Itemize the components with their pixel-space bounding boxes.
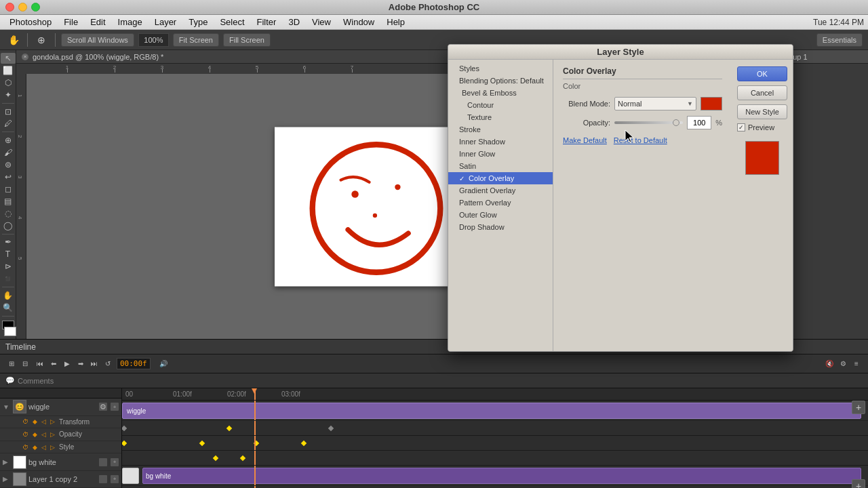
layer1copy2-settings-btn[interactable] xyxy=(99,475,107,483)
bg-white-settings-btn[interactable] xyxy=(99,458,107,466)
menu-file[interactable]: File xyxy=(58,16,83,28)
menu-layer[interactable]: Layer xyxy=(149,16,182,28)
hand-tool-icon[interactable]: ✋ xyxy=(5,32,22,48)
tool-history-brush[interactable]: ↩ xyxy=(1,171,16,182)
step-back-btn[interactable]: ⬅ xyxy=(47,358,60,370)
styles-item-satin[interactable]: Satin xyxy=(448,160,553,172)
tool-path-select[interactable]: ⊳ xyxy=(1,261,16,272)
clip-bg-white-main[interactable]: bg white xyxy=(142,468,861,484)
color-swatch[interactable] xyxy=(701,97,722,110)
fit-screen-btn[interactable]: Fit Screen xyxy=(173,33,219,47)
wiggle-settings-btn[interactable]: ⚙ xyxy=(99,403,107,411)
styles-item-color-overlay[interactable]: Color Overlay xyxy=(448,172,553,184)
clip-bg-white-short[interactable] xyxy=(122,468,139,484)
menu-3d[interactable]: 3D xyxy=(283,16,305,28)
scroll-all-btn[interactable]: Scroll All Windows xyxy=(61,33,134,47)
tab-close-btn[interactable]: × xyxy=(22,54,28,60)
tool-blur[interactable]: ◌ xyxy=(1,208,16,219)
delete-frame-icon[interactable]: ⊟ xyxy=(19,358,31,370)
menu-view[interactable]: View xyxy=(307,16,336,28)
essentials-btn[interactable]: Essentials xyxy=(816,33,863,47)
tool-eraser[interactable]: ◻ xyxy=(1,184,16,195)
add-frame-icon[interactable]: ⊞ xyxy=(5,358,18,370)
background-color[interactable] xyxy=(4,327,16,336)
layer-row-bg-white[interactable]: ▶ bg white + xyxy=(0,453,121,470)
tool-wand[interactable]: ✦ xyxy=(1,89,16,100)
menu-photoshop[interactable]: Photoshop xyxy=(4,16,57,28)
blend-mode-select[interactable]: Normal ▼ xyxy=(614,97,696,110)
bg-white-add-btn[interactable]: + xyxy=(111,458,119,466)
rotate-view-icon[interactable]: ⊕ xyxy=(33,32,50,48)
minimize-button[interactable] xyxy=(18,3,27,12)
add-bgwhite-btn[interactable]: + xyxy=(852,479,865,488)
step-forward-btn[interactable]: ➡ xyxy=(75,358,87,370)
menu-window[interactable]: Window xyxy=(338,16,380,28)
preview-checkbox[interactable]: ✓ xyxy=(737,123,745,131)
menu-filter[interactable]: Filter xyxy=(252,16,282,28)
menu-edit[interactable]: Edit xyxy=(85,16,111,28)
cancel-button[interactable]: Cancel xyxy=(737,85,787,100)
styles-item-gradient-overlay[interactable]: Gradient Overlay xyxy=(448,184,553,197)
go-to-start-btn[interactable]: ⏮ xyxy=(34,358,46,370)
tool-brush[interactable]: 🖌 xyxy=(1,147,16,158)
preview-checkbox-row[interactable]: ✓ Preview xyxy=(737,123,787,131)
layer-row-wiggle[interactable]: ▼ 😊 wiggle ⚙ + xyxy=(0,399,121,415)
tool-dodge[interactable]: ◯ xyxy=(1,220,16,231)
ok-button[interactable]: OK xyxy=(737,66,787,81)
bg-white-expand-icon[interactable]: ▶ xyxy=(3,458,11,466)
add-wiggle-btn[interactable]: + xyxy=(852,401,865,414)
styles-item-styles[interactable]: Styles xyxy=(448,62,553,75)
tool-clone[interactable]: ⊚ xyxy=(1,159,16,170)
new-style-button[interactable]: New Style xyxy=(737,104,787,119)
styles-item-bevel[interactable]: Bevel & Emboss xyxy=(448,87,553,99)
styles-item-inner-glow[interactable]: Inner Glow xyxy=(448,148,553,160)
styles-item-drop-shadow[interactable]: Drop Shadow xyxy=(448,221,553,233)
reset-to-default-link[interactable]: Reset to Default xyxy=(614,136,667,144)
menu-select[interactable]: Select xyxy=(214,16,250,28)
styles-item-inner-shadow[interactable]: Inner Shadow xyxy=(448,136,553,148)
tool-lasso[interactable]: ⬡ xyxy=(1,77,16,88)
close-button[interactable] xyxy=(5,3,14,12)
tool-marquee[interactable]: ⬜ xyxy=(1,65,16,76)
play-btn[interactable]: ▶ xyxy=(61,358,73,370)
make-default-link[interactable]: Make Default xyxy=(563,136,607,144)
opacity-slider[interactable] xyxy=(614,121,683,124)
menu-image[interactable]: Image xyxy=(113,16,148,28)
opacity-value[interactable]: 100 xyxy=(687,116,711,129)
menu-help[interactable]: Help xyxy=(381,16,410,28)
menu-type[interactable]: Type xyxy=(183,16,213,28)
tool-gradient[interactable]: ▤ xyxy=(1,196,16,207)
styles-item-pattern-overlay[interactable]: Pattern Overlay xyxy=(448,197,553,209)
wiggle-add-btn[interactable]: + xyxy=(111,403,119,411)
tool-eyedropper[interactable]: 🖊 xyxy=(1,118,16,129)
styles-item-blending[interactable]: Blending Options: Default xyxy=(448,75,553,87)
layer-style-dialog[interactable]: Layer Style Styles Blending Options: Def… xyxy=(448,44,793,352)
layer1copy2-expand-icon[interactable]: ▶ xyxy=(3,475,11,483)
zoom-level[interactable]: 100% xyxy=(138,33,169,47)
tool-crop[interactable]: ⊡ xyxy=(1,106,16,117)
timeline-settings-btn[interactable]: ⚙ xyxy=(837,358,849,370)
tool-move[interactable]: ↖ xyxy=(1,53,16,64)
loop-btn[interactable]: ↺ xyxy=(102,358,114,370)
maximize-button[interactable] xyxy=(31,3,40,12)
tool-zoom[interactable]: 🔍 xyxy=(1,302,16,313)
timeline-options-btn[interactable]: ≡ xyxy=(850,358,863,370)
go-to-end-btn[interactable]: ⏭ xyxy=(88,358,100,370)
mute-btn[interactable]: 🔇 xyxy=(823,358,835,370)
tool-healing[interactable]: ⊕ xyxy=(1,135,16,146)
styles-item-stroke[interactable]: Stroke xyxy=(448,123,553,136)
traffic-lights[interactable] xyxy=(5,3,40,12)
tool-type[interactable]: T xyxy=(1,249,16,260)
styles-item-texture[interactable]: Texture xyxy=(448,111,553,123)
wiggle-expand-icon[interactable]: ▼ xyxy=(3,403,11,411)
layer1copy2-add-btn[interactable]: + xyxy=(111,475,119,483)
layer-row-layer1copy2[interactable]: ▶ Layer 1 copy 2 + xyxy=(0,471,121,488)
styles-item-contour[interactable]: Contour xyxy=(448,99,553,111)
tool-hand[interactable]: ✋ xyxy=(1,290,16,301)
tool-shape[interactable]: ◾ xyxy=(1,273,16,284)
clip-wiggle[interactable]: wiggle xyxy=(122,403,861,419)
fill-screen-btn[interactable]: Fill Screen xyxy=(223,33,271,47)
tool-pen[interactable]: ✒ xyxy=(1,237,16,248)
audio-btn[interactable]: 🔊 xyxy=(157,358,170,370)
styles-item-outer-glow[interactable]: Outer Glow xyxy=(448,209,553,221)
